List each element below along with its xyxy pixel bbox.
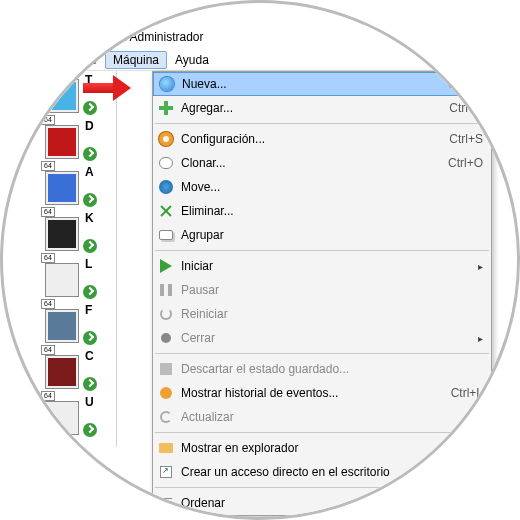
vm-state-icon: [83, 147, 97, 161]
play-icon: [157, 257, 175, 275]
vm-state-icon: [83, 193, 97, 207]
menu-shortcut: Ctrl+L: [451, 386, 483, 400]
vm-arch-badge: 64: [41, 207, 55, 217]
vm-arch-badge: 64: [41, 115, 55, 125]
submenu-indicator-icon: ▸: [478, 333, 483, 344]
menu-separator: [155, 250, 489, 251]
vm-item[interactable]: 64 A: [45, 167, 114, 209]
remove-icon: [157, 202, 175, 220]
menu-separator: [155, 432, 489, 433]
add-icon: [157, 99, 175, 117]
menu-separator: [155, 353, 489, 354]
menu-reiniciar[interactable]: Reiniciar: [153, 302, 491, 326]
vm-state-icon: [83, 377, 97, 391]
menu-label: Mostrar historial de eventos...: [181, 386, 443, 400]
menu-ordenar[interactable]: Ordenar: [153, 491, 491, 515]
clone-icon: [157, 154, 175, 172]
vm-item[interactable]: 64 D: [45, 121, 114, 163]
menu-label: Configuración...: [181, 132, 441, 146]
menu-label: Agregar...: [181, 101, 441, 115]
vm-state-icon: [83, 423, 97, 437]
vm-arch-badge: 64: [41, 391, 55, 401]
menu-label: Ordenar: [181, 496, 483, 510]
menu-separator: [155, 123, 489, 124]
menu-agregar[interactable]: Agregar... Ctrl+A: [153, 96, 491, 120]
refresh-icon: [157, 408, 175, 426]
reset-icon: [157, 305, 175, 323]
menu-shortcut: Ctrl+O: [448, 156, 483, 170]
menu-actualizar[interactable]: Actualizar: [153, 405, 491, 429]
new-icon: [158, 75, 176, 93]
menu-label: Cerrar: [181, 331, 472, 345]
vm-arch-badge: 64: [41, 345, 55, 355]
vm-state-icon: [83, 285, 97, 299]
vm-item[interactable]: 64 K: [45, 213, 114, 255]
vm-item[interactable]: 64 L: [45, 259, 114, 301]
sort-icon: [157, 494, 175, 512]
vm-thumbnail: [45, 79, 79, 113]
close-icon: [157, 329, 175, 347]
menu-acceso-directo[interactable]: Crear un acceso directo en el escritorio: [153, 460, 491, 484]
vm-label: A: [85, 165, 94, 179]
circular-frame: VM VirtualBox Administrador Archivo Máqu…: [0, 0, 520, 520]
submenu-indicator-icon: ▸: [478, 261, 483, 272]
move-icon: [157, 178, 175, 196]
gear-icon: [157, 130, 175, 148]
vm-state-icon: [83, 331, 97, 345]
discard-icon: [157, 360, 175, 378]
vm-list: T 64 D 64 A 64 K: [43, 71, 117, 447]
menu-label: Eliminar...: [181, 204, 483, 218]
menu-agrupar[interactable]: Agrupar: [153, 223, 491, 247]
menu-shortcut: Ctrl+S: [449, 132, 483, 146]
vm-item[interactable]: 64 C: [45, 351, 114, 393]
menu-label: Descartar el estado guardado...: [181, 362, 483, 376]
menu-label: Reiniciar: [181, 307, 483, 321]
vm-item[interactable]: 64 U: [45, 397, 114, 439]
menu-label: Nueva...: [182, 77, 440, 91]
group-icon: [157, 226, 175, 244]
menu-pausar[interactable]: Pausar: [153, 278, 491, 302]
menu-label: Iniciar: [181, 259, 472, 273]
vm-arch-badge: 64: [41, 161, 55, 171]
menubar: Archivo Máquina Ayuda: [43, 49, 520, 71]
menu-archivo[interactable]: Archivo: [49, 51, 105, 69]
menu-label: Move...: [181, 180, 483, 194]
vm-thumbnail: [45, 217, 79, 251]
menu-separator: [155, 487, 489, 488]
menu-descartar[interactable]: Descartar el estado guardado...: [153, 357, 491, 381]
menu-maquina[interactable]: Máquina: [105, 51, 167, 69]
menu-ayuda[interactable]: Ayuda: [167, 51, 217, 69]
menu-configuracion[interactable]: Configuración... Ctrl+S: [153, 127, 491, 151]
menu-explorador[interactable]: Mostrar en explorador: [153, 436, 491, 460]
vm-thumbnail: [45, 401, 79, 435]
vm-state-icon: [83, 239, 97, 253]
menu-nueva[interactable]: Nueva... Ctrl+N: [153, 72, 491, 96]
menu-label: Agrupar: [181, 228, 483, 242]
window-title: VM VirtualBox Administrador: [51, 30, 204, 44]
menu-label: Pausar: [181, 283, 483, 297]
menu-move[interactable]: Move...: [153, 175, 491, 199]
annotation-arrow: [83, 75, 133, 101]
folder-icon: [157, 439, 175, 457]
menu-label: Crear un acceso directo en el escritorio: [181, 465, 483, 479]
vm-label: L: [85, 257, 92, 271]
vm-label: D: [85, 119, 94, 133]
vm-label: C: [85, 349, 94, 363]
menu-eliminar[interactable]: Eliminar...: [153, 199, 491, 223]
shortcut-icon: [157, 463, 175, 481]
menu-historial[interactable]: Mostrar historial de eventos... Ctrl+L: [153, 381, 491, 405]
log-icon: [157, 384, 175, 402]
menu-cerrar[interactable]: Cerrar ▸: [153, 326, 491, 350]
vm-thumbnail: [45, 125, 79, 159]
vm-label: U: [85, 395, 94, 409]
vm-label: F: [85, 303, 92, 317]
vm-thumbnail: [45, 355, 79, 389]
vm-item[interactable]: 64 F: [45, 305, 114, 347]
menu-shortcut: Ctrl+N: [448, 77, 482, 91]
menu-clonar[interactable]: Clonar... Ctrl+O: [153, 151, 491, 175]
maquina-dropdown: Nueva... Ctrl+N Agregar... Ctrl+A Config…: [152, 71, 492, 516]
menu-label: Actualizar: [181, 410, 483, 424]
menu-shortcut: Ctrl+A: [449, 101, 483, 115]
vm-arch-badge: 64: [41, 299, 55, 309]
menu-iniciar[interactable]: Iniciar ▸: [153, 254, 491, 278]
